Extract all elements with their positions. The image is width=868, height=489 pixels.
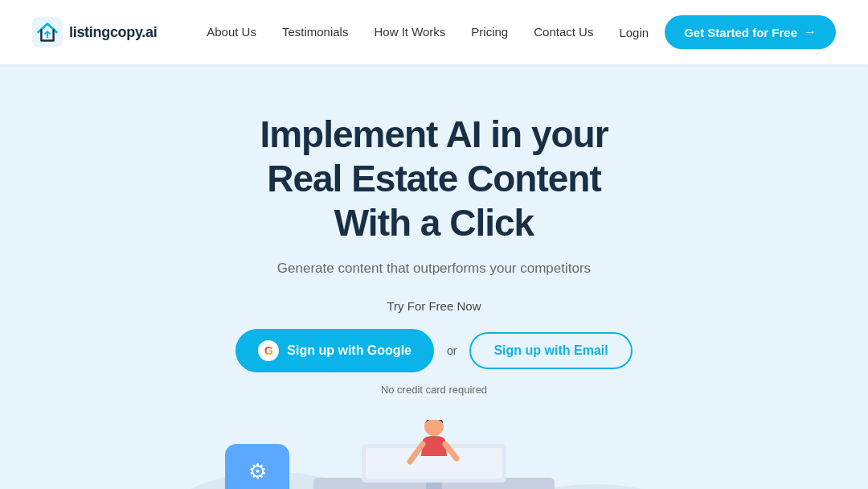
logo-text: listingcopy.ai — [69, 24, 158, 41]
navbar: listingcopy.ai About Us Testimonials How… — [0, 0, 868, 64]
chat-bubble: ⚙ — [225, 444, 289, 489]
svg-rect-6 — [426, 483, 442, 489]
logo-link[interactable]: listingcopy.ai — [32, 17, 158, 47]
person-svg — [402, 420, 466, 476]
google-logo-icon: G — [258, 340, 279, 361]
try-label: Try For Free Now — [387, 299, 481, 313]
nav-contact-us[interactable]: Contact Us — [534, 25, 593, 39]
nav-testimonials[interactable]: Testimonials — [282, 25, 349, 39]
signup-google-button[interactable]: G Sign up with Google — [235, 329, 434, 372]
nav-login[interactable]: Login — [619, 26, 649, 39]
gear-icon: ⚙ — [248, 459, 267, 484]
nav-about-us[interactable]: About Us — [207, 25, 256, 39]
nav-how-it-works[interactable]: How It Works — [374, 25, 445, 39]
nav-links: About Us Testimonials How It Works Prici… — [207, 25, 593, 39]
hero-subtitle: Generate content that outperforms your c… — [277, 261, 591, 277]
no-credit-card-label: No credit card required — [381, 384, 487, 396]
signup-email-button[interactable]: Sign up with Email — [469, 332, 632, 369]
nav-cta-label: Get Started for Free — [684, 26, 797, 39]
hero-section: Implement AI in your Real Estate Content… — [0, 64, 868, 489]
cta-row: G Sign up with Google or Sign up with Em… — [235, 329, 632, 372]
google-g: G — [264, 344, 273, 357]
arrow-icon: → — [804, 25, 817, 39]
or-divider: or — [447, 344, 457, 357]
illustration-area: ⚙ — [0, 420, 868, 489]
signup-google-label: Sign up with Google — [287, 343, 411, 358]
nav-pricing[interactable]: Pricing — [471, 25, 508, 39]
svg-point-7 — [424, 420, 444, 436]
hero-title: Implement AI in your Real Estate Content… — [260, 113, 608, 246]
nav-cta-button[interactable]: Get Started for Free → — [665, 15, 836, 49]
logo-icon — [32, 17, 63, 47]
